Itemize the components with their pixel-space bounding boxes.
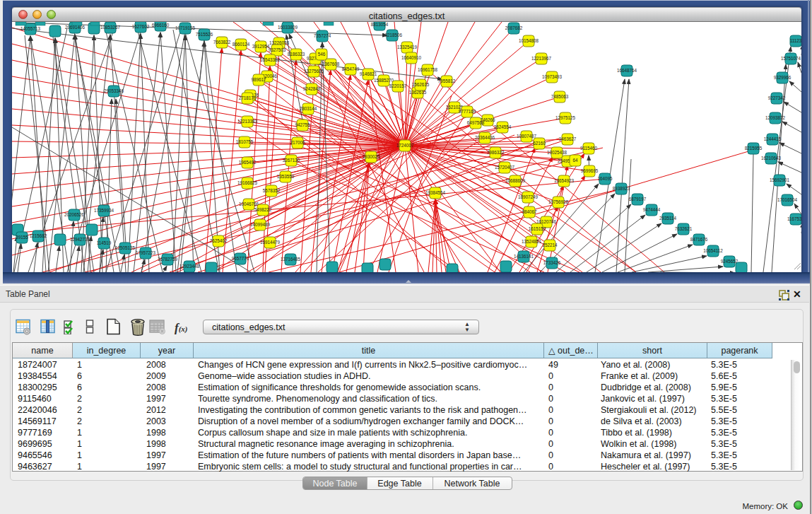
svg-text:9115460: 9115460 (580, 146, 598, 151)
svg-text:16961758: 16961758 (418, 67, 438, 72)
svg-text:6497568: 6497568 (467, 120, 485, 125)
svg-text:16033809: 16033809 (278, 25, 298, 30)
svg-text:19166825: 19166825 (237, 180, 258, 185)
svg-text:2087682: 2087682 (505, 25, 523, 30)
svg-text:16210643: 16210643 (761, 156, 782, 160)
svg-text:8220157: 8220157 (389, 83, 407, 88)
svg-text:1167534: 1167534 (787, 216, 801, 221)
svg-text:16640910: 16640910 (401, 55, 422, 60)
svg-text:10046766: 10046766 (239, 201, 259, 206)
svg-text:1562615: 1562615 (412, 82, 430, 87)
svg-text:1615152: 1615152 (529, 226, 546, 231)
svg-text:10154808: 10154808 (519, 38, 539, 43)
svg-text:7625402: 7625402 (210, 238, 228, 243)
svg-text:8938923: 8938923 (613, 186, 630, 191)
svg-text:9777169: 9777169 (459, 109, 476, 114)
svg-text:9245652: 9245652 (721, 259, 739, 264)
svg-text:1724007: 1724007 (396, 143, 414, 148)
svg-text:9329966: 9329966 (774, 75, 792, 80)
svg-text:6966160: 6966160 (152, 23, 170, 28)
svg-text:9657771: 9657771 (232, 256, 249, 261)
svg-text:12505135: 12505135 (115, 245, 136, 250)
svg-text:8471676: 8471676 (690, 237, 708, 242)
svg-text:5578352: 5578352 (263, 188, 281, 193)
svg-text:16782759: 16782759 (158, 257, 178, 262)
svg-text:8186323: 8186323 (288, 52, 305, 57)
svg-text:7485063: 7485063 (551, 94, 569, 99)
svg-text:12942737: 12942737 (70, 237, 90, 242)
svg-text:1353559: 1353559 (277, 174, 295, 179)
svg-text:2935114: 2935114 (659, 216, 677, 221)
svg-text:10688609: 10688609 (505, 178, 526, 183)
svg-text:10807487: 10807487 (517, 134, 537, 139)
svg-text:10025438: 10025438 (547, 150, 567, 155)
svg-text:114519: 114519 (97, 240, 112, 245)
svg-text:64: 64 (572, 158, 578, 163)
svg-text:1215682: 1215682 (30, 233, 47, 238)
svg-text:15720407: 15720407 (495, 165, 515, 170)
svg-text:5498222: 5498222 (254, 207, 272, 212)
svg-text:20206526: 20206526 (64, 212, 85, 217)
svg-text:15751074: 15751074 (781, 56, 801, 61)
svg-text:19756928: 19756928 (548, 199, 569, 204)
svg-text:16543362: 16543362 (260, 57, 281, 62)
svg-text:15885270: 15885270 (374, 78, 394, 83)
svg-text:16914479: 16914479 (260, 240, 281, 245)
svg-text:8813054: 8813054 (371, 22, 389, 27)
svg-text:3624554: 3624554 (494, 124, 512, 129)
svg-text:12975125: 12975125 (555, 115, 576, 120)
svg-text:7632621: 7632621 (675, 226, 693, 231)
svg-text:17016504: 17016504 (777, 197, 798, 202)
svg-text:1810755: 1810755 (236, 139, 254, 144)
svg-text:8454749: 8454749 (342, 66, 360, 71)
svg-text:19384554: 19384554 (425, 190, 446, 195)
svg-text:29053346: 29053346 (104, 88, 124, 93)
svg-text:1930025: 1930025 (363, 154, 380, 159)
svg-text:1527602: 1527602 (132, 24, 150, 29)
svg-text:942755: 942755 (295, 122, 310, 127)
svg-text:2718176: 2718176 (239, 95, 257, 100)
svg-text:8660124: 8660124 (233, 42, 250, 47)
svg-text:13275685: 13275685 (304, 69, 324, 74)
svg-text:989617: 989617 (251, 77, 266, 82)
svg-text:20364436: 20364436 (475, 135, 495, 140)
svg-text:3912954: 3912954 (252, 44, 270, 49)
svg-text:164095: 164095 (597, 176, 613, 181)
svg-text:14099489: 14099489 (250, 222, 271, 227)
svg-text:2367608: 2367608 (322, 62, 340, 66)
svg-text:8215955: 8215955 (745, 146, 763, 151)
svg-text:10654112: 10654112 (703, 248, 723, 253)
svg-text:1244415: 1244415 (764, 136, 782, 141)
svg-text:9242848: 9242848 (303, 86, 321, 91)
svg-text:14136141: 14136141 (514, 254, 534, 259)
svg-text:11123: 11123 (790, 38, 801, 43)
svg-text:9227342: 9227342 (768, 95, 786, 100)
svg-text:217006: 217006 (290, 140, 305, 145)
svg-text:12213383: 12213383 (237, 119, 258, 124)
svg-text:3267130: 3267130 (283, 158, 300, 163)
svg-text:10853267: 10853267 (100, 25, 121, 30)
svg-text:16648764: 16648764 (617, 68, 637, 73)
svg-text:7663822: 7663822 (213, 40, 231, 45)
svg-text:7515526: 7515526 (196, 32, 213, 37)
svg-text:13654923: 13654923 (554, 178, 575, 183)
svg-text:9699695: 9699695 (581, 168, 599, 173)
svg-text:9463627: 9463627 (559, 136, 577, 141)
svg-text:13524851: 13524851 (522, 239, 542, 244)
svg-text:13716485: 13716485 (281, 257, 301, 262)
svg-text:2803144: 2803144 (300, 106, 317, 111)
svg-text:13325419: 13325419 (397, 45, 418, 49)
svg-text:6879197: 6879197 (629, 197, 647, 201)
svg-text:7955812: 7955812 (438, 78, 456, 83)
svg-text:17957223: 17957223 (136, 250, 156, 255)
svg-text:546: 546 (318, 52, 326, 57)
svg-text:10719155: 10719155 (175, 25, 196, 30)
svg-text:9146821: 9146821 (360, 71, 377, 76)
svg-text:17359934: 17359934 (94, 208, 114, 213)
svg-text:18907249: 18907249 (518, 194, 539, 199)
svg-text:252214: 252214 (542, 243, 558, 247)
svg-text:39155: 39155 (16, 235, 28, 240)
svg-text:984067: 984067 (522, 209, 537, 214)
svg-text:12923448: 12923448 (180, 264, 200, 269)
svg-text:1965492: 1965492 (239, 160, 257, 165)
